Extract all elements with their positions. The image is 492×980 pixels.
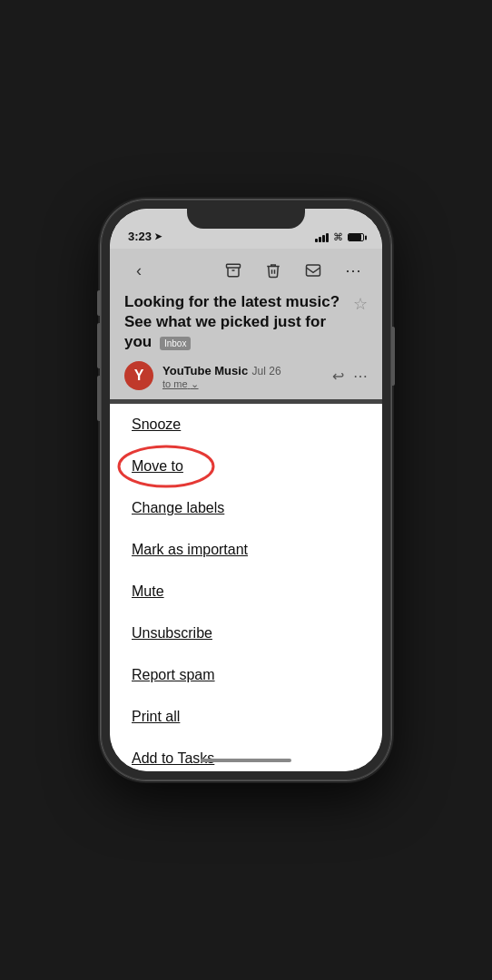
volume-up-button[interactable] (97, 323, 101, 368)
volume-down-button[interactable] (97, 376, 101, 421)
email-header-area: ‹ (110, 249, 382, 399)
status-time: 3:23 ➤ (128, 230, 162, 243)
battery-tip (365, 235, 367, 240)
phone-content: 3:23 ➤ ⌘ (110, 209, 382, 771)
sender-name: YouTube Music (162, 364, 248, 377)
sender-avatar: Y (124, 361, 153, 390)
menu-item-mark-important[interactable]: Mark as important (110, 529, 382, 571)
notch (187, 209, 305, 229)
sender-info: YouTube Music Jul 26 to me ⌄ (162, 362, 323, 390)
phone-device: 3:23 ➤ ⌘ (101, 200, 391, 780)
menu-item-change-labels[interactable]: Change labels (110, 487, 382, 529)
phone-screen: 3:23 ➤ ⌘ (110, 209, 382, 771)
more-options-button[interactable]: ⋯ (339, 256, 368, 285)
email-subject-text: Looking for the latest music? See what w… (124, 292, 353, 356)
time-display: 3:23 (128, 230, 152, 243)
chevron-icon: ⌄ (191, 378, 199, 389)
menu-item-snooze[interactable]: Snooze (110, 404, 382, 446)
mute-button[interactable] (97, 290, 101, 316)
mark-unread-button[interactable] (299, 256, 328, 285)
reply-button[interactable]: ↩ (332, 368, 344, 385)
home-indicator[interactable] (201, 759, 291, 762)
email-subject: Looking for the latest music? See what w… (124, 292, 353, 352)
menu-item-mute[interactable]: Mute (110, 571, 382, 612)
signal-bar-2 (319, 237, 321, 242)
sender-date: Jul 26 (252, 365, 281, 377)
avatar-letter: Y (134, 368, 144, 384)
menu-item-report-spam[interactable]: Report spam (110, 654, 382, 696)
status-icons: ⌘ (315, 231, 364, 243)
subject-text: Looking for the latest music? See what w… (124, 293, 339, 350)
menu-item-move-to[interactable]: Move to (110, 446, 382, 487)
back-button[interactable]: ‹ (124, 256, 153, 285)
sender-actions: ↩ ⋯ (332, 368, 368, 385)
signal-bar-3 (322, 235, 325, 242)
svg-rect-1 (307, 265, 320, 276)
svg-rect-0 (227, 264, 241, 268)
side-buttons-left (97, 290, 101, 421)
delete-button[interactable] (259, 256, 288, 285)
power-button[interactable] (391, 327, 395, 386)
menu-item-add-tasks[interactable]: Add to Tasks (110, 738, 382, 771)
menu-item-print-all[interactable]: Print all (110, 696, 382, 738)
menu-item-unsubscribe[interactable]: Unsubscribe (110, 612, 382, 654)
email-subject-row: Looking for the latest music? See what w… (124, 292, 368, 356)
move-to-label: Move to (132, 458, 183, 474)
star-icon[interactable]: ☆ (353, 294, 368, 314)
more-sender-button[interactable]: ⋯ (353, 368, 368, 385)
sender-to[interactable]: to me ⌄ (162, 378, 323, 390)
archive-button[interactable] (219, 256, 248, 285)
signal-bar-1 (315, 239, 318, 242)
signal-bar-4 (326, 233, 329, 242)
nav-icons-right: ⋯ (219, 256, 368, 285)
wifi-icon: ⌘ (333, 231, 343, 243)
top-nav: ‹ (124, 256, 368, 285)
location-icon: ➤ (154, 231, 162, 241)
battery-fill (349, 234, 361, 240)
battery-icon (348, 233, 364, 241)
inbox-badge: Inbox (160, 337, 191, 350)
side-button-right (391, 327, 395, 386)
sender-to-text: to me (162, 378, 188, 389)
sender-name-date: YouTube Music Jul 26 (162, 362, 323, 378)
email-sender-row: Y YouTube Music Jul 26 to me ⌄ ↩ (124, 361, 368, 390)
menu-sheet: Snooze Move to Change labels Mark as imp… (110, 404, 382, 771)
signal-icon (315, 233, 329, 242)
